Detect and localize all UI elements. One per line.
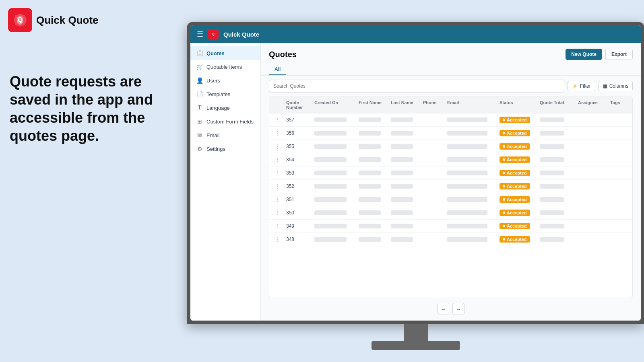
monitor-inner: ☰ Q Quick Quote 📋 Quotes 🛒 <box>190 25 641 321</box>
th-email: Email <box>445 97 497 113</box>
row-menu-356[interactable]: ⋮ <box>272 127 284 140</box>
assignee-351 <box>576 196 608 203</box>
filter-button[interactable]: ⚡ Filter <box>568 81 595 91</box>
new-quote-button[interactable]: New Quote <box>566 49 602 60</box>
row-menu-357[interactable]: ⋮ <box>272 113 284 126</box>
phone-352 <box>421 183 445 189</box>
page-header: Quotes New Quote Export <box>261 43 641 64</box>
sidebar-label-users: Users <box>206 78 220 84</box>
columns-label: Columns <box>609 83 628 89</box>
table-row[interactable]: ⋮ 354 Accepted <box>269 153 632 167</box>
sidebar-label-quotes: Quotes <box>206 50 225 56</box>
th-quote-total: Quote Total <box>537 97 576 113</box>
quote-total-352 <box>537 181 576 192</box>
quote-total-356 <box>537 128 576 139</box>
created-on-355 <box>312 141 356 152</box>
table-row[interactable]: ⋮ 355 Accepted <box>269 140 632 153</box>
table-row[interactable]: ⋮ 348 Accepted <box>269 233 632 246</box>
created-on-356 <box>312 128 356 139</box>
columns-icon: ▦ <box>603 83 607 89</box>
prev-page-button[interactable]: ← <box>437 303 449 315</box>
quote-number-351: 351 <box>284 193 312 206</box>
row-menu-348[interactable]: ⋮ <box>272 233 284 246</box>
page-title: Quotes <box>269 50 297 59</box>
monitor-shell: ☰ Q Quick Quote 📋 Quotes 🛒 <box>187 22 644 362</box>
sidebar-item-quotes[interactable]: 📋 Quotes <box>190 46 260 60</box>
table-row[interactable]: ⋮ 357 Accepted <box>269 113 632 127</box>
monitor-stand-neck <box>404 324 428 342</box>
templates-icon: 📄 <box>196 91 203 97</box>
brand-logo-icon: Q <box>8 8 32 32</box>
row-menu-349[interactable]: ⋮ <box>272 220 284 232</box>
last-name-353 <box>388 167 421 179</box>
assignee-348 <box>576 236 608 243</box>
tab-all[interactable]: All <box>269 64 286 75</box>
tags-351 <box>608 196 632 203</box>
columns-button[interactable]: ▦ Columns <box>599 81 633 91</box>
quote-total-348 <box>537 234 576 245</box>
status-350: Accepted <box>497 206 537 219</box>
export-button[interactable]: Export <box>605 49 633 60</box>
created-on-351 <box>312 194 356 205</box>
row-menu-355[interactable]: ⋮ <box>272 140 284 153</box>
email-354 <box>445 154 497 165</box>
row-menu-350[interactable]: ⋮ <box>272 206 284 219</box>
email-355 <box>445 141 497 152</box>
assignee-349 <box>576 223 608 229</box>
brand-area: Q Quick Quote <box>8 8 99 32</box>
filter-icon: ⚡ <box>572 83 578 89</box>
th-created-on: Created On <box>312 97 356 113</box>
status-352: Accepted <box>497 180 537 193</box>
sidebar-item-settings[interactable]: ⚙ Settings <box>190 142 260 156</box>
sidebar-item-language[interactable]: T Language <box>190 101 260 115</box>
table-row[interactable]: ⋮ 356 Accepted <box>269 127 632 140</box>
email-348 <box>445 234 497 245</box>
row-menu-351[interactable]: ⋮ <box>272 193 284 206</box>
table-row[interactable]: ⋮ 352 Accepted <box>269 180 632 193</box>
sidebar-item-custom-form-fields[interactable]: ⊞ Custom Form Fields <box>190 115 260 128</box>
row-menu-354[interactable]: ⋮ <box>272 153 284 166</box>
app-header: ☰ Q Quick Quote <box>190 25 641 43</box>
quote-number-354: 354 <box>284 154 312 166</box>
table-row[interactable]: ⋮ 351 Accepted <box>269 193 632 206</box>
phone-356 <box>421 130 445 136</box>
search-input[interactable] <box>269 80 564 93</box>
quote-total-355 <box>537 141 576 152</box>
app-header-title: Quick Quote <box>223 31 259 38</box>
sidebar-label-custom-form-fields: Custom Form Fields <box>206 119 254 125</box>
pagination: ← → <box>269 298 633 317</box>
created-on-354 <box>312 154 356 165</box>
th-first-name: First Name <box>356 97 388 113</box>
tags-349 <box>608 223 632 229</box>
sidebar-item-email[interactable]: ✉ Email <box>190 128 260 142</box>
svg-text:Q: Q <box>18 16 23 23</box>
phone-351 <box>421 196 445 203</box>
phone-353 <box>421 170 445 176</box>
status-353: Accepted <box>497 167 537 179</box>
row-menu-352[interactable]: ⋮ <box>272 180 284 193</box>
email-356 <box>445 128 497 139</box>
first-name-349 <box>356 220 388 232</box>
last-name-356 <box>388 128 421 139</box>
sidebar-item-templates[interactable]: 📄 Templates <box>190 87 260 101</box>
table-row[interactable]: ⋮ 353 Accepted <box>269 167 632 180</box>
th-last-name: Last Name <box>388 97 421 113</box>
quote-total-354 <box>537 154 576 165</box>
assignee-356 <box>576 130 608 136</box>
table-row[interactable]: ⋮ 349 Accepted <box>269 220 632 233</box>
hamburger-icon[interactable]: ☰ <box>197 30 203 39</box>
sidebar: 📋 Quotes 🛒 Quotable Items 👤 Users 📄 Temp… <box>190 43 261 321</box>
last-name-357 <box>388 114 421 125</box>
created-on-350 <box>312 207 356 218</box>
next-page-button[interactable]: → <box>452 303 464 315</box>
header-buttons: New Quote Export <box>566 49 633 60</box>
quote-number-355: 355 <box>284 140 312 152</box>
sidebar-item-quotable-items[interactable]: 🛒 Quotable Items <box>190 60 260 74</box>
row-menu-353[interactable]: ⋮ <box>272 167 284 179</box>
table-row[interactable]: ⋮ 350 Accepted <box>269 206 632 220</box>
quote-total-357 <box>537 114 576 125</box>
th-status: Status <box>497 97 537 113</box>
assignee-352 <box>576 183 608 189</box>
sidebar-item-users[interactable]: 👤 Users <box>190 74 260 87</box>
main-content: Quotes New Quote Export All <box>261 43 641 321</box>
